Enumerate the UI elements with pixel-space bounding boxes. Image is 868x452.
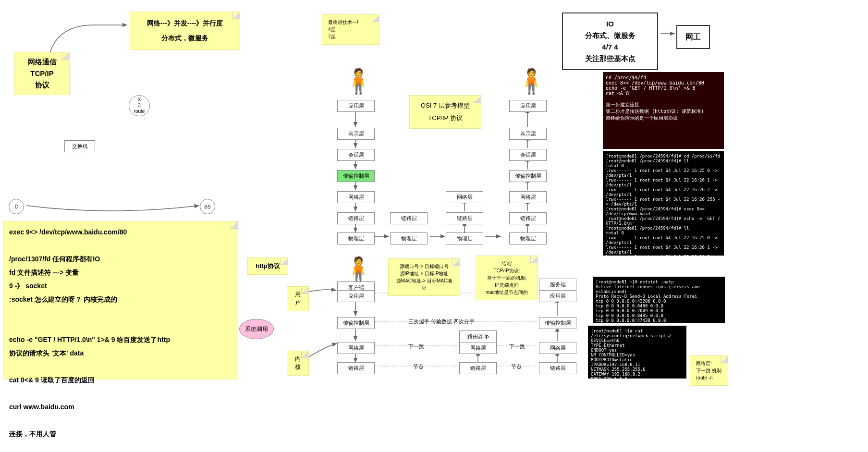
person-icon: 🧍 <box>516 67 546 95</box>
layer-physical-m2: 物理层 <box>390 232 428 244</box>
note-tech: 最终讲技术一! 4层 7层 <box>322 14 379 45</box>
note-user: 用户 <box>287 286 309 311</box>
layer-network-s: 网络层 <box>539 342 576 354</box>
layer-network-m: 网络层 <box>446 191 483 203</box>
layer-datalink-s: 链路层 <box>539 362 576 374</box>
label-nexthop2: 下一跳 <box>509 343 525 350</box>
terminal-4: [root@node01 ~]# cat /etc/sysconfig/netw… <box>588 326 686 379</box>
frame-io: IO 分布式、微服务 4/7 4 关注那些基本点 <box>562 12 658 70</box>
label-node2: 节点 <box>511 363 522 370</box>
layer-physical: 物理层 <box>337 232 375 244</box>
frame-netengineer: 网工 <box>676 25 710 49</box>
box-router: 路由器 ip <box>459 330 497 342</box>
layer-transport-r: 传输控制层 <box>509 170 547 182</box>
note-conclusion: 结论: TCP/IP协议: 基于下一跳的机制: IP是端点间 mac地址是节点间… <box>476 256 538 300</box>
layer-session: 会话层 <box>337 149 375 161</box>
person-icon: 🧍 <box>343 67 373 95</box>
note-http: http协议 <box>247 257 288 275</box>
circle-bs: BS <box>200 199 215 214</box>
layer-datalink-m: 链路层 <box>446 212 483 224</box>
layer-app-c: 应用层 <box>337 290 375 302</box>
note-bigcode: exec 9<> /dev/tcp/www.baidu.com/80 /proc… <box>3 221 238 379</box>
circle-route: X 3 route <box>129 95 150 116</box>
note-kernel: 内核 <box>287 351 309 376</box>
circle-c: C <box>9 199 24 214</box>
label-node: 节点 <box>413 363 424 370</box>
layer-app-r: 应用层 <box>509 100 547 112</box>
layer-datalink-rt: 链路层 <box>459 362 497 374</box>
layer-transport-s: 传输控制层 <box>539 317 576 329</box>
note-net-parallel: 网络---》并发----》并行度 分布式，微服务 <box>130 12 240 50</box>
layer-session-r: 会话层 <box>509 149 547 161</box>
layer-network-c: 网络层 <box>337 342 375 354</box>
layer-network-rt: 网络层 <box>459 342 497 354</box>
note-portmap: 源端口号-> 目标端口号 源IP地址-> 目标IP地址 源MAC地址-> 目标M… <box>388 258 460 296</box>
layer-present-r: 表示层 <box>509 128 547 140</box>
layer-datalink-r: 链路层 <box>509 212 547 224</box>
label-nexthop: 下一跳 <box>408 343 424 350</box>
person-icon: 🧍 <box>343 256 373 283</box>
layer-present: 表示层 <box>337 128 375 140</box>
layer-app-s: 应用层 <box>539 290 576 302</box>
terminal-3: [root@node01 ~]# netstat -natp Active In… <box>593 277 725 323</box>
box-switch: 交换机 <box>64 140 95 152</box>
layer-datalink-m2: 链路层 <box>390 212 428 224</box>
box-server: 服务端 <box>539 279 576 291</box>
layer-datalink-c: 链路层 <box>337 362 375 374</box>
layer-physical-r: 物理层 <box>509 232 547 244</box>
layer-datalink: 链路层 <box>337 212 375 224</box>
note-route: 网络层: 下一跳 机制 route -n <box>690 355 728 386</box>
oval-syscall: 系统调用 <box>239 319 274 339</box>
label-handshake: 三次握手 传输数据 四次分手 <box>408 318 475 325</box>
layer-transport-c: 传输控制层 <box>337 317 375 329</box>
layer-physical-m: 物理层 <box>446 232 483 244</box>
layer-network: 网络层 <box>337 191 375 203</box>
layer-transport: 传输控制层 <box>337 170 375 182</box>
layer-app: 应用层 <box>337 100 375 112</box>
terminal-1: cd /proc/$$/fd exec 8<> /dev/tcp/www.bai… <box>603 72 724 149</box>
layer-network-r: 网络层 <box>509 191 547 203</box>
terminal-2: [root@node01 /proc/24594/fd]# cd /proc/$… <box>603 151 724 256</box>
note-osi: OSI 7 层参考模型 TCP/IP 协议 <box>409 95 481 129</box>
note-tcpip: 网络通信 TCP/IP 协议 <box>14 52 70 95</box>
